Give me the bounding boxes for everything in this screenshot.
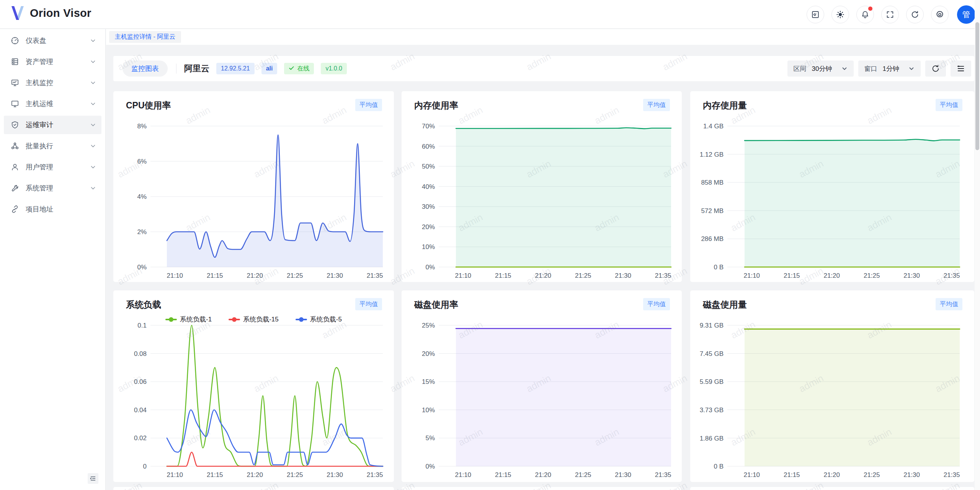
svg-text:21:30: 21:30 (615, 272, 631, 279)
svg-text:4%: 4% (137, 193, 147, 200)
chart-canvas-system-load[interactable]: 00.020.040.060.080.121:1021:1521:2021:25… (113, 290, 394, 482)
chevron-down-icon (90, 38, 96, 44)
refresh-icon (931, 64, 940, 73)
svg-text:21:35: 21:35 (944, 471, 960, 479)
tab-bar: 主机监控详情 - 阿里云 (106, 29, 980, 45)
tab-monitor-charts[interactable]: 监控图表 (122, 61, 168, 77)
monitor-chart-icon (11, 79, 19, 87)
notification-icon (861, 10, 869, 19)
logo-v-icon (11, 5, 24, 21)
svg-text:0.1: 0.1 (137, 322, 147, 329)
svg-text:60%: 60% (422, 143, 435, 150)
svg-text:21:10: 21:10 (167, 272, 183, 279)
svg-text:21:10: 21:10 (744, 471, 760, 479)
host-name: 阿里云 (184, 63, 209, 74)
sidebar-item-label: 系统管理 (26, 184, 90, 193)
chart-card-cpu-usage: CPU使用率平均值0%2%4%6%8%21:1021:1521:2021:252… (113, 91, 394, 282)
svg-text:0%: 0% (425, 463, 435, 470)
nodes-icon (11, 142, 19, 150)
sidebar-item-assets[interactable]: 资产管理 (4, 52, 101, 71)
svg-text:1.4 GB: 1.4 GB (703, 123, 724, 130)
svg-text:21:30: 21:30 (903, 471, 920, 479)
window-select[interactable]: 窗口 1分钟 (858, 61, 921, 77)
settings-icon (936, 10, 944, 19)
svg-text:10%: 10% (422, 243, 435, 251)
chart-canvas-disk-usage-rate[interactable]: 0%5%10%15%20%25%21:1021:1521:2021:2521:3… (402, 290, 682, 482)
svg-text:50%: 50% (422, 163, 435, 170)
svg-text:1.86 GB: 1.86 GB (700, 435, 724, 442)
chevron-down-icon (90, 164, 96, 170)
chart-card-partial (402, 487, 682, 490)
sidebar-item-ops-audit[interactable]: 运维审计 (4, 116, 101, 134)
main-content: 主机监控详情 - 阿里云 监控图表 阿里云 12.92.5.21ali在线v1.… (106, 29, 980, 490)
svg-text:9.31 GB: 9.31 GB (700, 322, 724, 329)
sidebar-item-label: 仪表盘 (26, 36, 90, 45)
svg-text:21:20: 21:20 (823, 471, 840, 479)
svg-text:3.73 GB: 3.73 GB (700, 406, 724, 414)
svg-text:21:35: 21:35 (367, 471, 383, 479)
svg-text:21:10: 21:10 (455, 272, 472, 279)
chart-card-disk-usage-amount: 磁盘使用量平均值0 B1.86 GB3.73 GB5.59 GB7.45 GB9… (690, 290, 974, 482)
sidebar: 仪表盘 资产管理 主机监控 主机运维 运维审计 批量执行 用户管理 系统管理 项… (0, 29, 106, 490)
refresh-button[interactable] (906, 6, 924, 23)
chart-config-button[interactable] (951, 61, 971, 77)
sidebar-item-user-mgmt[interactable]: 用户管理 (4, 158, 101, 176)
code-window-button[interactable] (807, 6, 824, 23)
svg-text:1.12 GB: 1.12 GB (700, 151, 724, 158)
chart-card-partial (113, 487, 394, 490)
fullscreen-button[interactable] (881, 6, 899, 23)
svg-text:0.06: 0.06 (134, 378, 147, 385)
range-select-value: 30分钟 (812, 64, 832, 73)
settings-button[interactable] (931, 6, 949, 23)
chart-canvas-memory-usage-amount[interactable]: 0 B286 MB572 MB858 MB1.12 GB1.4 GB21:102… (690, 91, 974, 282)
svg-text:858 MB: 858 MB (701, 179, 724, 186)
svg-text:21:30: 21:30 (327, 272, 343, 279)
svg-text:572 MB: 572 MB (701, 207, 724, 215)
gauge-icon (11, 36, 19, 45)
sidebar-collapse-button[interactable] (88, 473, 98, 484)
notification-button[interactable] (856, 6, 874, 23)
monitor-icon (11, 100, 19, 108)
range-select-label: 区间 (794, 64, 807, 73)
refresh-icon (911, 10, 919, 19)
svg-text:21:25: 21:25 (287, 272, 303, 279)
server-icon (11, 57, 19, 66)
user-avatar[interactable]: 管 (957, 5, 975, 24)
chart-card-partial (690, 487, 974, 490)
chart-card-disk-usage-rate: 磁盘使用率平均值0%5%10%15%20%25%21:1021:1521:202… (402, 290, 682, 482)
window-select-label: 窗口 (864, 64, 877, 73)
breadcrumb-tab[interactable]: 主机监控详情 - 阿里云 (109, 31, 181, 43)
svg-text:0 B: 0 B (714, 264, 724, 271)
wrench-icon (11, 184, 19, 192)
sidebar-item-host-monitor[interactable]: 主机监控 (4, 74, 101, 92)
svg-text:21:10: 21:10 (744, 272, 760, 279)
chart-card-memory-usage-rate: 内存使用率平均值0%10%20%30%40%50%60%70%21:1021:1… (402, 91, 682, 282)
chart-canvas-disk-usage-amount[interactable]: 0 B1.86 GB3.73 GB5.59 GB7.45 GB9.31 GB21… (690, 290, 974, 482)
chevron-down-icon (90, 122, 96, 128)
chart-canvas-memory-usage-rate[interactable]: 0%10%20%30%40%50%60%70%21:1021:1521:2021… (402, 91, 682, 282)
sidebar-item-dashboard[interactable]: 仪表盘 (4, 31, 101, 50)
sidebar-item-system-mgmt[interactable]: 系统管理 (4, 179, 101, 197)
toolbar: 监控图表 阿里云 12.92.5.21ali在线v1.0.0 区间 30分钟 窗… (113, 56, 974, 81)
sidebar-item-label: 主机监控 (26, 78, 90, 87)
range-select[interactable]: 区间 30分钟 (787, 61, 854, 77)
svg-text:0 B: 0 B (714, 463, 724, 470)
sidebar-item-label: 批量执行 (26, 141, 90, 151)
sidebar-item-label: 主机运维 (26, 99, 90, 108)
svg-text:20%: 20% (422, 223, 435, 231)
svg-text:21:15: 21:15 (784, 471, 800, 479)
chevron-down-icon (908, 66, 915, 72)
chevron-down-icon (90, 143, 96, 149)
brightness-button[interactable] (831, 6, 849, 23)
chart-canvas-cpu-usage[interactable]: 0%2%4%6%8%21:1021:1521:2021:2521:3021:35 (113, 91, 394, 282)
scrollbar-thumb[interactable] (975, 22, 979, 150)
scrollbar-track[interactable] (975, 0, 980, 490)
sidebar-item-batch-exec[interactable]: 批量执行 (4, 137, 101, 155)
sidebar-item-host-ops[interactable]: 主机运维 (4, 95, 101, 113)
fullscreen-icon (886, 10, 894, 19)
menu-fold-icon (90, 475, 96, 482)
refresh-charts-button[interactable] (925, 61, 946, 77)
sidebar-item-project-url[interactable]: 项目地址 (4, 200, 101, 218)
chevron-down-icon (841, 66, 848, 72)
chevron-down-icon (90, 80, 96, 86)
